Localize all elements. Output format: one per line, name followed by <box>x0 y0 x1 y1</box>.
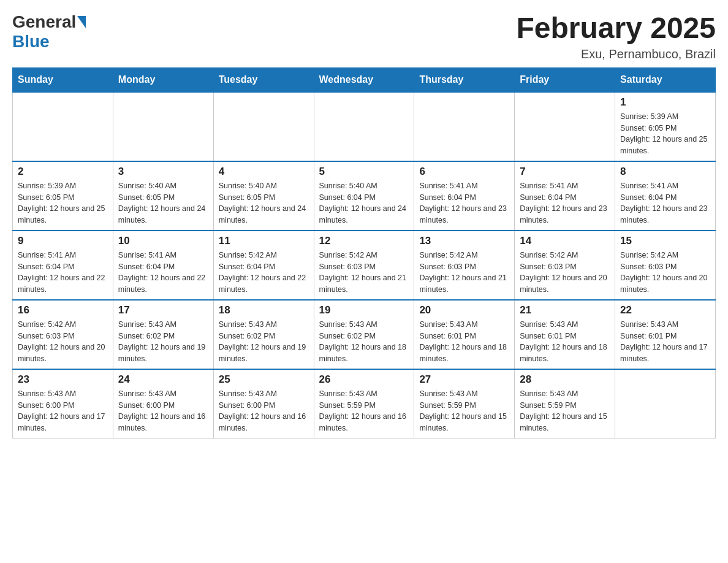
calendar-cell: 4Sunrise: 5:40 AMSunset: 6:05 PMDaylight… <box>213 161 314 231</box>
day-info: Sunrise: 5:39 AMSunset: 6:05 PMDaylight:… <box>620 111 710 157</box>
day-number: 5 <box>319 166 409 178</box>
day-number: 19 <box>319 304 409 316</box>
day-number: 2 <box>18 166 108 178</box>
calendar-week-row-1: 1Sunrise: 5:39 AMSunset: 6:05 PMDaylight… <box>13 92 716 161</box>
day-info: Sunrise: 5:43 AMSunset: 6:01 PMDaylight:… <box>520 319 610 365</box>
day-number: 25 <box>219 373 309 386</box>
day-info: Sunrise: 5:41 AMSunset: 6:04 PMDaylight:… <box>118 250 208 296</box>
day-number: 12 <box>319 235 409 247</box>
calendar-cell <box>414 92 515 161</box>
day-info: Sunrise: 5:40 AMSunset: 6:05 PMDaylight:… <box>219 180 309 226</box>
day-number: 22 <box>620 304 710 316</box>
calendar-cell: 23Sunrise: 5:43 AMSunset: 6:00 PMDayligh… <box>13 369 113 439</box>
calendar-cell: 22Sunrise: 5:43 AMSunset: 6:01 PMDayligh… <box>615 300 716 369</box>
logo: General Blue <box>12 12 87 52</box>
day-number: 11 <box>219 235 309 247</box>
calendar-cell <box>13 92 113 161</box>
calendar-header-thursday: Thursday <box>414 67 515 92</box>
day-number: 10 <box>118 235 208 247</box>
day-number: 7 <box>520 166 610 178</box>
day-number: 23 <box>18 373 108 386</box>
calendar-cell: 19Sunrise: 5:43 AMSunset: 6:02 PMDayligh… <box>314 300 414 369</box>
calendar-week-row-3: 9Sunrise: 5:41 AMSunset: 6:04 PMDaylight… <box>13 231 716 300</box>
calendar-week-row-5: 23Sunrise: 5:43 AMSunset: 6:00 PMDayligh… <box>13 369 716 439</box>
day-info: Sunrise: 5:40 AMSunset: 6:04 PMDaylight:… <box>319 180 409 226</box>
day-info: Sunrise: 5:43 AMSunset: 6:00 PMDaylight:… <box>118 388 208 434</box>
day-info: Sunrise: 5:42 AMSunset: 6:03 PMDaylight:… <box>520 250 610 296</box>
day-info: Sunrise: 5:42 AMSunset: 6:04 PMDaylight:… <box>219 250 309 296</box>
day-info: Sunrise: 5:43 AMSunset: 6:02 PMDaylight:… <box>118 319 208 365</box>
logo-blue-text: Blue <box>12 32 50 51</box>
day-number: 8 <box>620 166 710 178</box>
calendar-cell: 27Sunrise: 5:43 AMSunset: 5:59 PMDayligh… <box>414 369 515 439</box>
calendar-cell: 7Sunrise: 5:41 AMSunset: 6:04 PMDaylight… <box>515 161 615 231</box>
calendar-cell <box>314 92 414 161</box>
calendar-header-row: SundayMondayTuesdayWednesdayThursdayFrid… <box>13 67 716 92</box>
day-number: 24 <box>118 373 208 386</box>
calendar-cell: 24Sunrise: 5:43 AMSunset: 6:00 PMDayligh… <box>113 369 213 439</box>
calendar-cell: 5Sunrise: 5:40 AMSunset: 6:04 PMDaylight… <box>314 161 414 231</box>
day-info: Sunrise: 5:43 AMSunset: 6:01 PMDaylight:… <box>620 319 710 365</box>
day-number: 16 <box>18 304 108 316</box>
calendar-week-row-2: 2Sunrise: 5:39 AMSunset: 6:05 PMDaylight… <box>13 161 716 231</box>
calendar-cell: 13Sunrise: 5:42 AMSunset: 6:03 PMDayligh… <box>414 231 515 300</box>
calendar-cell: 8Sunrise: 5:41 AMSunset: 6:04 PMDaylight… <box>615 161 716 231</box>
title-area: February 2025 Exu, Pernambuco, Brazil <box>516 12 716 61</box>
calendar-cell <box>515 92 615 161</box>
calendar-cell <box>615 369 716 439</box>
day-info: Sunrise: 5:42 AMSunset: 6:03 PMDaylight:… <box>620 250 710 296</box>
day-info: Sunrise: 5:42 AMSunset: 6:03 PMDaylight:… <box>18 319 108 365</box>
page-header: General Blue February 2025 Exu, Pernambu… <box>12 12 716 61</box>
day-number: 27 <box>419 373 509 386</box>
day-info: Sunrise: 5:41 AMSunset: 6:04 PMDaylight:… <box>620 180 710 226</box>
day-number: 18 <box>219 304 309 316</box>
day-info: Sunrise: 5:43 AMSunset: 5:59 PMDaylight:… <box>419 388 509 434</box>
calendar-cell: 10Sunrise: 5:41 AMSunset: 6:04 PMDayligh… <box>113 231 213 300</box>
day-number: 26 <box>319 373 409 386</box>
day-info: Sunrise: 5:43 AMSunset: 5:59 PMDaylight:… <box>319 388 409 434</box>
calendar-header-monday: Monday <box>113 67 213 92</box>
calendar-cell: 6Sunrise: 5:41 AMSunset: 6:04 PMDaylight… <box>414 161 515 231</box>
calendar-week-row-4: 16Sunrise: 5:42 AMSunset: 6:03 PMDayligh… <box>13 300 716 369</box>
calendar-cell <box>113 92 213 161</box>
day-info: Sunrise: 5:42 AMSunset: 6:03 PMDaylight:… <box>319 250 409 296</box>
calendar-cell: 17Sunrise: 5:43 AMSunset: 6:02 PMDayligh… <box>113 300 213 369</box>
calendar-subtitle: Exu, Pernambuco, Brazil <box>516 47 716 61</box>
day-number: 14 <box>520 235 610 247</box>
day-number: 21 <box>520 304 610 316</box>
calendar-header-tuesday: Tuesday <box>213 67 314 92</box>
calendar-cell: 28Sunrise: 5:43 AMSunset: 5:59 PMDayligh… <box>515 369 615 439</box>
calendar-cell: 26Sunrise: 5:43 AMSunset: 5:59 PMDayligh… <box>314 369 414 439</box>
calendar-cell: 11Sunrise: 5:42 AMSunset: 6:04 PMDayligh… <box>213 231 314 300</box>
day-number: 28 <box>520 373 610 386</box>
calendar-cell <box>213 92 314 161</box>
calendar-cell: 16Sunrise: 5:42 AMSunset: 6:03 PMDayligh… <box>13 300 113 369</box>
day-number: 17 <box>118 304 208 316</box>
calendar-cell: 9Sunrise: 5:41 AMSunset: 6:04 PMDaylight… <box>13 231 113 300</box>
calendar-header-sunday: Sunday <box>13 67 113 92</box>
calendar-cell: 1Sunrise: 5:39 AMSunset: 6:05 PMDaylight… <box>615 92 716 161</box>
calendar-cell: 2Sunrise: 5:39 AMSunset: 6:05 PMDaylight… <box>13 161 113 231</box>
calendar-cell: 25Sunrise: 5:43 AMSunset: 6:00 PMDayligh… <box>213 369 314 439</box>
day-info: Sunrise: 5:41 AMSunset: 6:04 PMDaylight:… <box>419 180 509 226</box>
day-number: 4 <box>219 166 309 178</box>
day-info: Sunrise: 5:43 AMSunset: 6:02 PMDaylight:… <box>219 319 309 365</box>
day-number: 3 <box>118 166 208 178</box>
day-number: 9 <box>18 235 108 247</box>
day-info: Sunrise: 5:43 AMSunset: 6:00 PMDaylight:… <box>219 388 309 434</box>
day-info: Sunrise: 5:39 AMSunset: 6:05 PMDaylight:… <box>18 180 108 226</box>
day-info: Sunrise: 5:41 AMSunset: 6:04 PMDaylight:… <box>18 250 108 296</box>
day-number: 1 <box>620 96 710 109</box>
calendar-cell: 15Sunrise: 5:42 AMSunset: 6:03 PMDayligh… <box>615 231 716 300</box>
day-number: 20 <box>419 304 509 316</box>
calendar-title: February 2025 <box>516 12 716 45</box>
day-info: Sunrise: 5:43 AMSunset: 6:01 PMDaylight:… <box>419 319 509 365</box>
calendar-header-friday: Friday <box>515 67 615 92</box>
calendar-cell: 20Sunrise: 5:43 AMSunset: 6:01 PMDayligh… <box>414 300 515 369</box>
calendar-cell: 14Sunrise: 5:42 AMSunset: 6:03 PMDayligh… <box>515 231 615 300</box>
day-number: 15 <box>620 235 710 247</box>
calendar-table: SundayMondayTuesdayWednesdayThursdayFrid… <box>12 67 716 439</box>
day-info: Sunrise: 5:40 AMSunset: 6:05 PMDaylight:… <box>118 180 208 226</box>
day-info: Sunrise: 5:43 AMSunset: 6:00 PMDaylight:… <box>18 388 108 434</box>
calendar-header-wednesday: Wednesday <box>314 67 414 92</box>
